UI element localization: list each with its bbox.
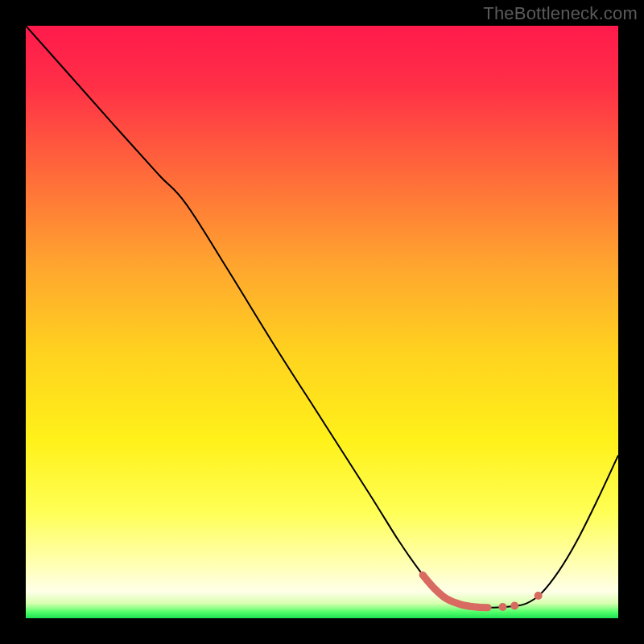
highlight-dot-2 [535, 592, 543, 600]
chart-frame [26, 26, 618, 618]
highlight-dot-1 [510, 602, 518, 610]
chart-background [26, 26, 618, 618]
chart-svg [26, 26, 618, 618]
watermark-text: TheBottleneck.com [483, 3, 638, 24]
highlight-dot-0 [498, 603, 506, 611]
